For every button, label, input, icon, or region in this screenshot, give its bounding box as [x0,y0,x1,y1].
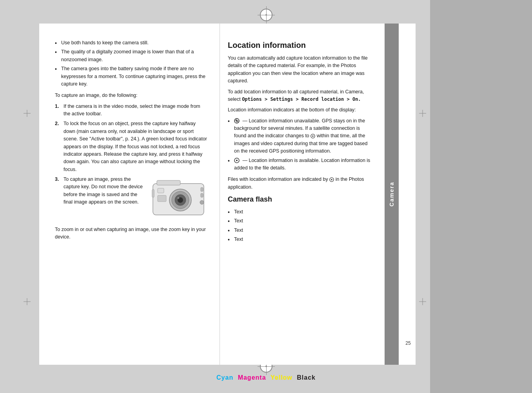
chapter-tab: Camera [385,24,399,365]
flash-heading: Camera flash [228,194,373,205]
reg-mark-side-left-top [24,110,31,118]
camera-image [149,176,208,219]
right-column: Location information You can automatical… [220,24,385,365]
location-bullet-list: — Location information unavailable. GPS … [228,117,373,172]
svg-point-29 [236,160,238,161]
location-para2: To add location information to all captu… [228,88,373,104]
page-container: Use both hands to keep the camera still.… [39,24,416,365]
svg-rect-15 [158,188,164,193]
svg-rect-18 [201,193,203,197]
flash-bullet-3: Text [228,227,373,234]
zoom-text: To zoom in or out when capturing an imag… [55,226,208,241]
flash-bullet-1: Text [228,208,373,216]
page-number: 25 [401,340,415,346]
location-para3: Location information indicators at the b… [228,106,373,114]
gps-available-icon [234,158,240,163]
color-magenta: Magenta [238,374,266,381]
left-column: Use both hands to keep the camera still.… [39,24,220,365]
location-bullet-2: — Location information is available. Loc… [228,157,373,172]
location-files: Files with location information are indi… [228,176,373,191]
location-heading: Location information [228,39,373,51]
svg-point-13 [178,197,180,199]
color-cyan: Cyan [216,374,233,381]
svg-rect-16 [158,195,166,202]
flash-bullet-list: Text Text Text Text [228,208,373,244]
reg-mark-side-right-bottom [419,298,426,307]
svg-rect-17 [201,187,203,191]
intro-bullet-list: Use both hands to keep the camera still.… [55,39,208,88]
svg-point-19 [200,200,204,204]
location-para1: You can automatically add capture locati… [228,55,373,85]
gps-unavailable-icon [234,118,240,124]
crosshair-top [259,8,273,22]
bullet-item: Use both hands to keep the camera still. [55,39,208,47]
svg-point-31 [331,179,332,180]
flash-bullet-4: Text [228,236,373,243]
location-menu: Options > Settings > Record location > O… [242,96,361,102]
step-1: 1. If the camera is in the video mode, s… [55,103,208,118]
capture-intro: To capture an image, do the following: [55,92,208,99]
flash-bullet-2: Text [228,217,373,225]
color-yellow: Yellow [271,374,292,381]
color-bar: Cyan Magenta Yellow Black [216,374,316,381]
svg-point-27 [312,135,314,136]
bullet-item: The camera goes into the battery saving … [55,65,208,88]
svg-rect-14 [157,180,180,185]
bullet-item: The quality of a digitally zoomed image … [55,48,208,64]
step-3: 3. [55,176,208,222]
color-black: Black [297,374,316,381]
chapter-label: Camera [389,182,395,206]
step-2: 2. To lock the focus on an object, press… [55,120,208,173]
location-bullet-1: — Location information unavailable. GPS … [228,117,373,155]
svg-rect-20 [152,189,154,197]
reg-mark-side-left-bottom [24,298,31,307]
steps-list: 1. If the camera is in the video mode, s… [55,103,208,222]
reg-mark-side-right-top [419,110,426,118]
